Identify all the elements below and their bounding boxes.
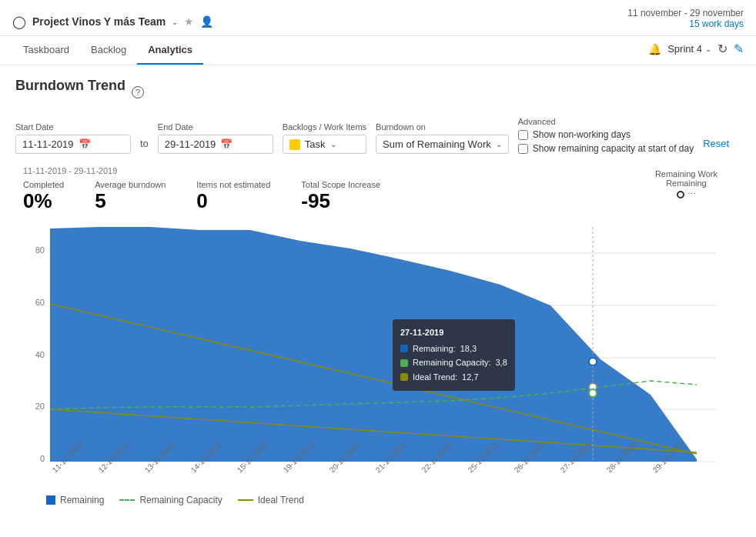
- top-bar-right: 11 november - 29 november 15 work days: [627, 8, 744, 35]
- burndown-select[interactable]: Sum of Remaining Work ⌄: [376, 135, 509, 154]
- avg-burndown-label: Average burndown: [95, 180, 166, 189]
- burndown-value: Sum of Remaining Work: [383, 138, 491, 150]
- remaining-work-label: Remaining Work: [655, 169, 718, 178]
- start-date-group: Start Date 11-11-2019 📅: [15, 122, 131, 154]
- nav-tabs: Taskboard Backlog Analytics: [12, 36, 203, 65]
- end-date-input[interactable]: 29-11-2019 📅: [158, 135, 273, 154]
- burndown-chevron-icon: ⌄: [496, 140, 502, 148]
- burndown-label: Burndown on: [376, 122, 509, 132]
- burndown-chart: 0 20 40 60 80: [23, 219, 739, 489]
- to-label: to: [140, 138, 149, 154]
- svg-point-16: [589, 389, 597, 397]
- reset-button[interactable]: Reset: [703, 138, 729, 154]
- legend-capacity-label: Remaining Capacity: [139, 495, 222, 505]
- backlog-chevron-icon: ⌄: [330, 140, 336, 148]
- project-chevron-icon[interactable]: ⌄: [172, 18, 178, 26]
- edit-icon[interactable]: ✎: [734, 42, 744, 56]
- date-range-label: 11-11-2019 - 29-11-2019: [23, 166, 380, 175]
- task-icon: [289, 139, 300, 150]
- completed-stat: Completed 0%: [23, 180, 64, 213]
- page-content: Burndown Trend ? Start Date 11-11-2019 📅…: [0, 65, 756, 518]
- chart-svg-container: 0 20 40 60 80: [15, 219, 741, 489]
- start-date-label: Start Date: [15, 122, 131, 132]
- total-scope-value: -95: [301, 189, 380, 213]
- backlog-group: Backlogs / Work Items Task ⌄: [283, 122, 366, 154]
- sprint-label: Sprint 4: [667, 43, 702, 55]
- backlog-value: Task: [305, 138, 326, 150]
- svg-text:40: 40: [35, 350, 45, 359]
- tab-backlog[interactable]: Backlog: [80, 36, 137, 65]
- bell-icon[interactable]: 🔔: [648, 43, 661, 55]
- filter-row: Start Date 11-11-2019 📅 to End Date 29-1…: [15, 117, 741, 154]
- backlog-label: Backlogs / Work Items: [283, 122, 366, 132]
- svg-point-14: [589, 358, 597, 365]
- advanced-label: Advanced: [518, 117, 694, 126]
- start-date-value: 11-11-2019: [22, 138, 74, 150]
- remaining-work-sublabel: Remaining: [666, 178, 707, 188]
- avg-burndown-value: 5: [95, 189, 166, 213]
- svg-text:20: 20: [35, 402, 45, 411]
- sprint-chevron-icon: ⌄: [705, 45, 711, 53]
- date-range-display: 11 november - 29 november: [627, 8, 744, 18]
- project-name: Project Vinos Y más Team: [32, 15, 166, 28]
- checkboxes: Show non-working days Show remaining cap…: [518, 129, 694, 154]
- tab-taskboard[interactable]: Taskboard: [12, 36, 80, 65]
- refresh-icon[interactable]: ↻: [718, 42, 728, 56]
- end-calendar-icon[interactable]: 📅: [220, 138, 232, 150]
- show-nonworking-input[interactable]: [518, 130, 528, 140]
- legend-ideal-trend: Ideal Trend: [238, 495, 304, 505]
- start-date-input[interactable]: 11-11-2019 📅: [15, 135, 131, 154]
- help-icon[interactable]: ?: [132, 86, 144, 98]
- end-date-value: 29-11-2019: [165, 138, 216, 150]
- action-icons: 🔔 Sprint 4 ⌄ ↻ ✎: [648, 36, 744, 65]
- show-remaining-input[interactable]: [518, 144, 528, 154]
- legend-capacity-dash: [119, 499, 135, 501]
- svg-marker-10: [50, 227, 697, 462]
- legend-remaining-label: Remaining: [60, 495, 104, 505]
- show-remaining-checkbox[interactable]: Show remaining capacity at start of day: [518, 143, 694, 154]
- show-nonworking-checkbox[interactable]: Show non-working days: [518, 129, 694, 140]
- completed-label: Completed: [23, 180, 64, 189]
- legend-remaining-capacity: Remaining Capacity: [119, 495, 222, 505]
- items-not-estimated-label: Items not estimated: [196, 180, 270, 189]
- person-icon[interactable]: 👤: [200, 15, 213, 28]
- total-scope-stat: Total Scope Increase -95: [301, 180, 380, 213]
- top-bar: ◯ Project Vinos Y más Team ⌄ ★ 👤 11 nove…: [0, 0, 756, 36]
- work-days-display: 15 work days: [627, 18, 744, 29]
- ellipsis-icon[interactable]: ⋯: [687, 189, 696, 199]
- items-not-estimated-value: 0: [196, 189, 270, 213]
- show-remaining-label: Show remaining capacity at start of day: [533, 143, 694, 154]
- end-date-group: End Date 29-11-2019 📅: [158, 122, 273, 154]
- show-nonworking-label: Show non-working days: [533, 129, 631, 140]
- sprint-selector[interactable]: Sprint 4 ⌄: [667, 43, 711, 55]
- svg-text:80: 80: [35, 245, 45, 255]
- completed-value: 0%: [23, 189, 64, 213]
- chart-legend: Remaining Remaining Capacity Ideal Trend: [15, 495, 741, 505]
- svg-text:0: 0: [40, 454, 45, 463]
- legend-remaining: Remaining: [46, 495, 104, 505]
- page-title: Burndown Trend: [15, 78, 125, 94]
- backlog-select[interactable]: Task ⌄: [283, 135, 366, 154]
- legend-ideal-label: Ideal Trend: [258, 495, 304, 505]
- remaining-circle: [677, 191, 684, 198]
- advanced-group: Advanced Show non-working days Show rema…: [518, 117, 694, 154]
- legend-remaining-swatch: [46, 495, 55, 505]
- start-calendar-icon[interactable]: 📅: [79, 138, 91, 150]
- total-scope-label: Total Scope Increase: [301, 180, 380, 189]
- project-icon: ◯: [12, 15, 26, 29]
- avg-burndown-stat: Average burndown 5: [95, 180, 166, 213]
- end-date-label: End Date: [158, 122, 273, 132]
- svg-text:60: 60: [35, 298, 45, 307]
- favorite-icon[interactable]: ★: [184, 15, 194, 28]
- top-bar-left: ◯ Project Vinos Y más Team ⌄ ★ 👤: [12, 15, 213, 29]
- tab-analytics[interactable]: Analytics: [137, 36, 203, 65]
- burndown-group: Burndown on Sum of Remaining Work ⌄: [376, 122, 509, 154]
- legend-ideal-line: [238, 499, 253, 501]
- items-not-estimated-stat: Items not estimated 0: [196, 180, 270, 213]
